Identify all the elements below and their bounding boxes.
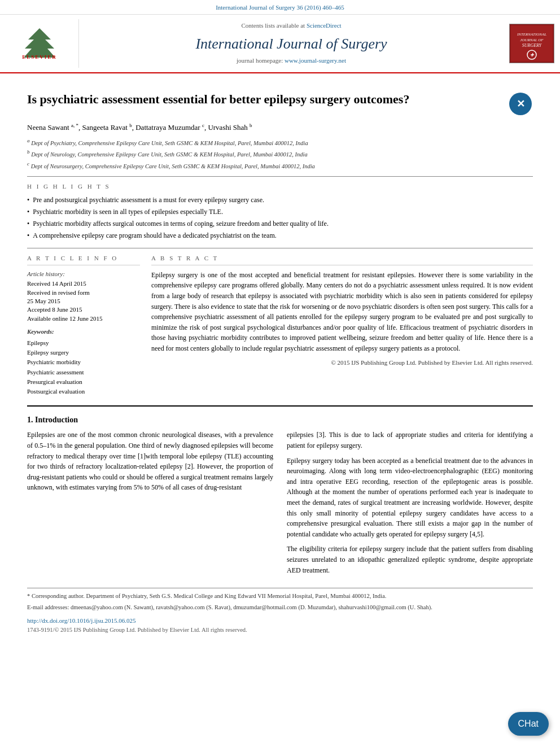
svg-text:JOURNAL OF: JOURNAL OF (520, 38, 544, 42)
surgery-journal-logo: INTERNATIONAL JOURNAL OF SURGERY ✚ (510, 24, 554, 63)
journal-citation: International Journal of Surgery 36 (201… (216, 4, 344, 11)
science-direct-line: Contents lists available at ScienceDirec… (241, 21, 341, 30)
crossmark-block: ✕ (508, 91, 533, 116)
author-3: Dattatraya Muzumdar c (135, 123, 204, 132)
journal-title: International Journal of Surgery (195, 34, 387, 54)
highlight-text-2: Psychiatric morbidity is seen in all typ… (33, 207, 223, 217)
chat-badge[interactable]: CHat (508, 712, 549, 736)
highlight-text-3: Psychiatric morbidity affects surgical o… (33, 219, 329, 229)
journal-header: ELSEVIER Contents lists available at Sci… (0, 15, 560, 73)
svg-text:✚: ✚ (530, 53, 535, 58)
keyword-5: Presurgical evaluation (27, 378, 140, 386)
author-4: Urvashi Shah b (208, 123, 252, 132)
top-bar: International Journal of Surgery 36 (201… (0, 0, 560, 15)
journal-logo-right: INTERNATIONAL JOURNAL OF SURGERY ✚ (504, 19, 560, 67)
author-2: Sangeeta Ravat b (82, 123, 132, 132)
bullet-1: • (27, 195, 29, 205)
authors-line: Neena Sawant a, *, Sangeeta Ravat b, Dat… (27, 122, 533, 133)
intro-text-right: epilepsies [3]. This is due to lack of a… (287, 430, 533, 575)
author-1-super: a, * (71, 123, 78, 128)
svg-text:✕: ✕ (517, 98, 525, 110)
author-2-super: b (129, 123, 132, 128)
elsevier-tree-icon: ELSEVIER (20, 27, 59, 60)
highlights-title: H I G H L I G H T S (27, 182, 533, 191)
affiliation-c: c Dept of Neurosurgery, Comprehensive Ep… (27, 160, 533, 171)
author-1: Neena Sawant a, * (27, 123, 78, 132)
corresponding-author-note: * Corresponding author. Department of Ps… (27, 592, 533, 601)
homepage-label: journal homepage: (237, 57, 283, 64)
intro-body-cols: Epilepsies are one of the most common ch… (27, 430, 533, 580)
journal-header-center: Contents lists available at ScienceDirec… (79, 19, 504, 67)
keywords-label: Keywords: (27, 327, 140, 336)
article-info-header: A R T I C L E I N F O (27, 254, 140, 265)
keyword-1: Epilepsy (27, 339, 140, 347)
homepage-url[interactable]: www.journal-surgery.net (285, 57, 346, 64)
article-title: Is psychiatric assessment essential for … (27, 91, 502, 108)
article-title-block: Is psychiatric assessment essential for … (27, 91, 533, 116)
intro-num: 1. (27, 416, 33, 424)
journal-homepage-line: journal homepage: www.journal-surgery.ne… (237, 56, 346, 65)
history-label: Article history: (27, 270, 140, 278)
svg-text:INTERNATIONAL: INTERNATIONAL (517, 32, 546, 37)
highlight-item-4: • A comprehensive epilepsy care program … (27, 231, 533, 241)
date-received: Received 14 April 2015 Received in revis… (27, 279, 140, 323)
elsevier-logo-block: ELSEVIER (0, 19, 79, 67)
info-abstract-cols: A R T I C L E I N F O Article history: R… (27, 254, 533, 397)
keyword-4: Psychiatric assessment (27, 368, 140, 377)
bullet-2: • (27, 207, 29, 217)
keyword-3: Psychiatric morbidity (27, 358, 140, 366)
svg-text:SURGERY: SURGERY (522, 43, 542, 48)
intro-right-col: epilepsies [3]. This is due to lack of a… (287, 430, 533, 580)
elsevier-logo: ELSEVIER (20, 27, 59, 60)
intro-title: 1. Introduction (27, 414, 533, 426)
issn-line: 1743-9191/© 2015 IJS Publishing Group Lt… (27, 626, 533, 635)
highlight-item-3: • Psychiatric morbidity affects surgical… (27, 219, 533, 229)
bullet-3: • (27, 219, 29, 229)
doi-line[interactable]: http://dx.doi.org/10.1016/j.ijsu.2015.06… (27, 617, 533, 625)
introduction-section: 1. Introduction Epilepsies are one of th… (27, 414, 533, 580)
main-content: Is psychiatric assessment essential for … (0, 73, 560, 646)
abstract-header: A B S T R A C T (151, 254, 533, 265)
highlight-text-4: A comprehensive epilepsy care program sh… (33, 231, 277, 241)
keyword-2: Epilepsy surgery (27, 348, 140, 357)
highlight-item-1: • Pre and postsurgical psychiatric asses… (27, 195, 533, 205)
doi-link[interactable]: http://dx.doi.org/10.1016/j.ijsu.2015.06… (27, 617, 136, 624)
journal-logo-image: INTERNATIONAL JOURNAL OF SURGERY ✚ (509, 24, 554, 63)
author-4-super: b (250, 123, 252, 128)
abstract-text: Epilepsy surgery is one of the most acce… (151, 270, 533, 354)
intro-left-col: Epilepsies are one of the most common ch… (27, 430, 273, 580)
section-divider (27, 405, 533, 407)
science-direct-link[interactable]: ScienceDirect (307, 22, 342, 29)
email-note: E-mail addresses: dmeenas@yahoo.com (N. … (27, 603, 533, 612)
highlights-section: H I G H L I G H T S • Pre and postsurgic… (27, 176, 533, 249)
footnotes-section: * Corresponding author. Department of Ps… (27, 588, 533, 635)
intro-label: Introduction (35, 416, 78, 424)
affiliation-b: b Dept of Neurology, Comprehensive Epile… (27, 148, 533, 159)
crossmark-icon[interactable]: ✕ (509, 93, 532, 115)
affiliation-a: a Dept of Psychiatry, Comprehensive Epil… (27, 137, 533, 147)
author-3-super: c (202, 123, 204, 128)
copyright-line: © 2015 IJS Publishing Group Ltd. Publish… (151, 359, 533, 367)
article-info-col: A R T I C L E I N F O Article history: R… (27, 254, 140, 397)
abstract-paragraph: Epilepsy surgery is one of the most acce… (151, 270, 533, 354)
bullet-4: • (27, 231, 29, 241)
affiliations-block: a Dept of Psychiatry, Comprehensive Epil… (27, 137, 533, 171)
keyword-6: Postsurgical evaluation (27, 387, 140, 396)
highlight-item-2: • Psychiatric morbidity is seen in all t… (27, 207, 533, 217)
intro-text-left: Epilepsies are one of the most common ch… (27, 430, 273, 493)
svg-text:ELSEVIER: ELSEVIER (22, 54, 57, 60)
contents-text: Contents lists available at (241, 22, 305, 29)
highlight-text-1: Pre and postsurgical psychiatric assessm… (33, 195, 264, 205)
abstract-col: A B S T R A C T Epilepsy surgery is one … (151, 254, 533, 397)
